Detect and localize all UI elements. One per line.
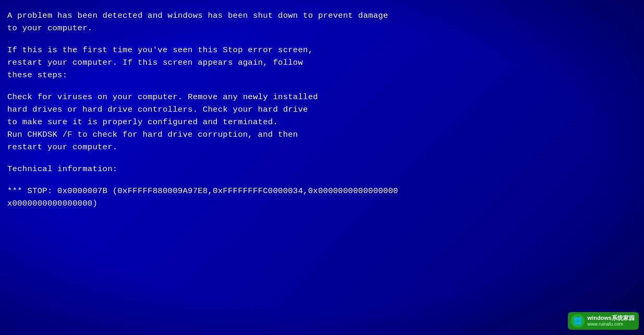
- bsod-line-4: If this is the first time you've seen th…: [7, 44, 637, 56]
- bsod-line-5: restart your computer. If this screen ap…: [7, 56, 637, 69]
- bsod-line-16: *** STOP: 0x0000007B (0xFFFFF880009A97E8…: [7, 185, 637, 197]
- bsod-line-6: these steps:: [7, 69, 637, 81]
- spacer-2: [7, 81, 637, 91]
- bsod-line-12: restart your computer.: [7, 141, 637, 153]
- spacer-1: [7, 34, 637, 44]
- bsod-line-2: to your computer.: [7, 22, 637, 34]
- spacer-3: [7, 153, 637, 163]
- watermark: windows系统家园 www.ruinafu.com: [568, 312, 639, 330]
- bsod-line-8: Check for viruses on your computer. Remo…: [7, 91, 637, 103]
- bsod-line-10: to make sure it is properly configured a…: [7, 116, 637, 128]
- bsod-line-9: hard drives or hard drive controllers. C…: [7, 103, 637, 116]
- bsod-line-1: A problem has been detected and windows …: [7, 9, 637, 22]
- svg-rect-3: [578, 321, 581, 325]
- spacer-4: [7, 175, 637, 185]
- watermark-title: windows系统家园: [588, 315, 635, 321]
- windows-logo-icon: [571, 314, 585, 328]
- bsod-text-block: A problem has been detected and windows …: [7, 9, 637, 210]
- svg-rect-2: [574, 321, 578, 325]
- bsod-line-14: Technical information:: [7, 163, 637, 175]
- watermark-text-block: windows系统家园 www.ruinafu.com: [588, 315, 635, 327]
- bsod-line-17: x0000000000000000): [7, 197, 637, 210]
- bsod-line-11: Run CHKDSK /F to check for hard drive co…: [7, 128, 637, 141]
- svg-rect-0: [574, 317, 578, 321]
- watermark-url: www.ruinafu.com: [588, 321, 635, 327]
- bsod-screen: A problem has been detected and windows …: [0, 0, 644, 335]
- svg-rect-1: [578, 317, 581, 321]
